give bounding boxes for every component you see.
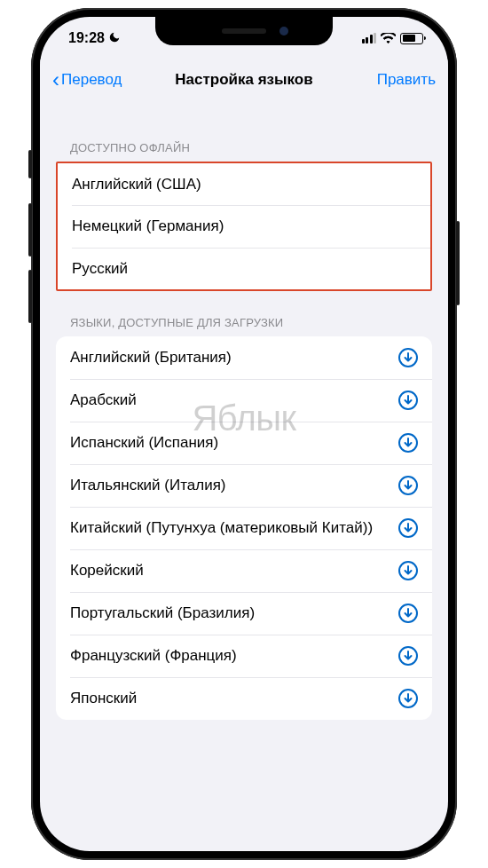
download-icon[interactable] [398, 689, 418, 708]
speaker [222, 28, 266, 34]
language-label: Китайский (Путунхуа (материковый Китай)) [70, 518, 373, 537]
screen: 19:28 ‹ Перевод [40, 17, 448, 851]
list-item[interactable]: Корейский [56, 549, 432, 592]
language-label: Французский (Франция) [70, 646, 237, 665]
front-camera [279, 27, 288, 36]
list-item[interactable]: Японский [56, 677, 432, 720]
section-header-downloadable: ЯЗЫКИ, ДОСТУПНЫЕ ДЛЯ ЗАГРУЗКИ [56, 291, 432, 336]
download-icon[interactable] [398, 561, 418, 580]
language-label: Итальянский (Италия) [70, 476, 226, 494]
language-label: Японский [70, 689, 137, 707]
list-item[interactable]: Русский [58, 248, 430, 289]
download-icon[interactable] [398, 391, 418, 410]
language-label: Корейский [70, 561, 144, 580]
status-time: 19:28 [68, 30, 105, 46]
battery-icon [400, 33, 423, 44]
list-item[interactable]: Португальский (Бразилия) [56, 592, 432, 635]
language-label: Арабский [70, 391, 137, 409]
list-item[interactable]: Итальянский (Италия) [56, 464, 432, 507]
list-item[interactable]: Французский (Франция) [56, 635, 432, 677]
list-item[interactable]: Английский (Британия) [56, 336, 432, 379]
volume-down [28, 270, 32, 323]
power-button [456, 221, 460, 305]
chevron-left-icon: ‹ [52, 69, 59, 91]
phone-frame: 19:28 ‹ Перевод [31, 8, 457, 860]
list-item[interactable]: Китайский (Путунхуа (материковый Китай)) [56, 507, 432, 549]
volume-up [28, 203, 32, 256]
downloadable-languages-list: Английский (Британия) Арабский Испанский… [56, 336, 432, 720]
section-header-offline: ДОСТУПНО ОФЛАЙН [56, 100, 432, 162]
language-label: Португальский (Бразилия) [70, 604, 255, 622]
notch [155, 17, 333, 45]
list-item[interactable]: Немецкий (Германия) [58, 205, 430, 247]
language-label: Английский (США) [72, 175, 201, 193]
back-label: Перевод [61, 71, 122, 89]
cellular-icon [362, 33, 377, 43]
language-label: Испанский (Испания) [70, 433, 218, 452]
list-item[interactable]: Английский (США) [58, 163, 430, 205]
language-label: Английский (Британия) [70, 348, 232, 367]
download-icon[interactable] [398, 348, 418, 367]
back-button[interactable]: ‹ Перевод [52, 69, 122, 91]
language-label: Немецкий (Германия) [72, 217, 224, 235]
list-item[interactable]: Испанский (Испания) [56, 422, 432, 464]
dnd-icon [108, 31, 121, 46]
language-label: Русский [72, 259, 128, 278]
download-icon[interactable] [398, 604, 418, 623]
content: ДОСТУПНО ОФЛАЙН Английский (США) Немецки… [40, 100, 448, 851]
download-icon[interactable] [398, 476, 418, 495]
download-icon[interactable] [398, 518, 418, 538]
download-icon[interactable] [398, 433, 418, 453]
silent-switch [28, 150, 32, 178]
offline-languages-list: Английский (США) Немецкий (Германия) Рус… [56, 162, 432, 291]
nav-bar: ‹ Перевод Настройка языков Править [40, 59, 448, 100]
edit-button[interactable]: Править [377, 71, 436, 89]
wifi-icon [381, 33, 396, 44]
list-item[interactable]: Арабский [56, 379, 432, 422]
download-icon[interactable] [398, 646, 418, 666]
